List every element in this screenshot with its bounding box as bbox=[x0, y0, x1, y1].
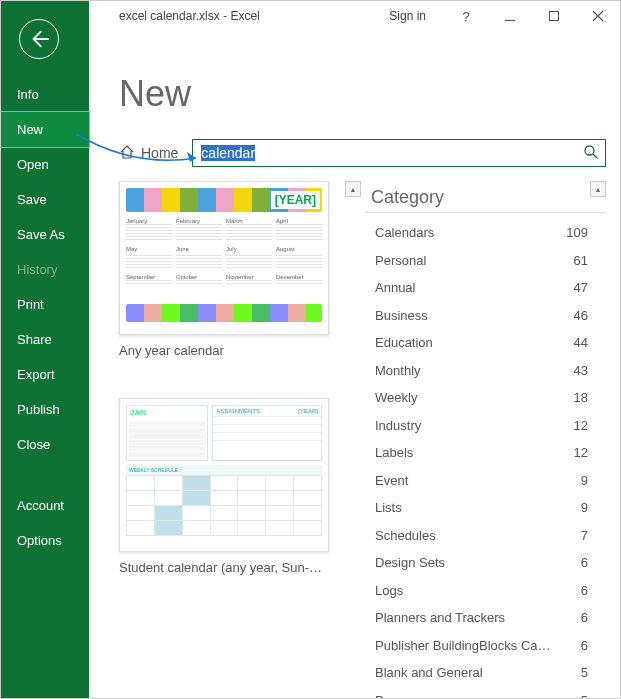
sidebar-item-saveas[interactable]: Save As bbox=[1, 217, 89, 252]
category-name: Business bbox=[375, 306, 428, 326]
backstage-main: New Home ▴ bbox=[89, 41, 620, 698]
search-box bbox=[192, 139, 606, 167]
thumb-year-label: [YEAR] bbox=[298, 408, 318, 414]
category-name: Paper bbox=[375, 691, 410, 700]
sidebar-item-history: History bbox=[1, 252, 89, 287]
category-count: 5 bbox=[581, 663, 588, 683]
category-count: 44 bbox=[574, 333, 588, 353]
category-name: Lists bbox=[375, 498, 402, 518]
category-column: ▴ Category Calendars109Personal61Annual4… bbox=[365, 181, 606, 699]
search-icon[interactable] bbox=[583, 144, 599, 163]
category-list: Calendars109Personal61Annual47Business46… bbox=[365, 219, 606, 699]
category-name: Monthly bbox=[375, 361, 421, 381]
category-name: Calendars bbox=[375, 223, 434, 243]
category-item[interactable]: Personal61 bbox=[371, 247, 602, 275]
category-item[interactable]: Education44 bbox=[371, 329, 602, 357]
category-name: Labels bbox=[375, 443, 413, 463]
sidebar-item-account[interactable]: Account bbox=[1, 488, 89, 523]
category-name: Logs bbox=[375, 581, 403, 601]
scroll-up-icon[interactable]: ▴ bbox=[345, 181, 361, 197]
sidebar-item-info[interactable]: Info bbox=[1, 77, 89, 112]
category-count: 109 bbox=[566, 223, 588, 243]
sidebar-item-new[interactable]: New bbox=[1, 112, 89, 147]
category-name: Weekly bbox=[375, 388, 417, 408]
sidebar-item-options[interactable]: Options bbox=[1, 523, 89, 558]
category-item[interactable]: Monthly43 bbox=[371, 357, 602, 385]
category-count: 6 bbox=[581, 553, 588, 573]
category-item[interactable]: Calendars109 bbox=[371, 219, 602, 247]
category-item[interactable]: Design Sets6 bbox=[371, 549, 602, 577]
sidebar-item-open[interactable]: Open bbox=[1, 147, 89, 182]
backstage-sidebar: Info New Open Save Save As History Print… bbox=[1, 1, 89, 698]
maximize-button[interactable] bbox=[532, 1, 576, 31]
category-count: 6 bbox=[581, 581, 588, 601]
template-card[interactable]: JAN ASSIGNMENTS[YEAR] WEEKLY SCHEDULE bbox=[119, 398, 353, 575]
thumb-weekly-label: WEEKLY SCHEDULE bbox=[126, 465, 322, 475]
category-header: Category bbox=[365, 181, 606, 213]
template-card[interactable]: [YEAR] JanuaryFebruaryMarchAprilMayJuneJ… bbox=[119, 181, 353, 358]
category-item[interactable]: Weekly18 bbox=[371, 384, 602, 412]
sidebar-item-share[interactable]: Share bbox=[1, 322, 89, 357]
category-item[interactable]: Business46 bbox=[371, 302, 602, 330]
category-item[interactable]: Lists9 bbox=[371, 494, 602, 522]
category-item[interactable]: Paper5 bbox=[371, 687, 602, 700]
sidebar-nav: Info New Open Save Save As History Print… bbox=[1, 77, 89, 558]
sidebar-item-publish[interactable]: Publish bbox=[1, 392, 89, 427]
templates-column: ▴ [YEAR] JanuaryFebruaryMarchAprilMayJun… bbox=[119, 181, 359, 699]
page-title: New bbox=[119, 73, 606, 115]
home-icon bbox=[119, 144, 135, 163]
category-count: 9 bbox=[581, 471, 588, 491]
category-item[interactable]: Industry12 bbox=[371, 412, 602, 440]
category-count: 12 bbox=[574, 443, 588, 463]
help-button[interactable]: ? bbox=[444, 1, 488, 31]
search-input[interactable] bbox=[199, 143, 583, 163]
breadcrumb-home[interactable]: Home bbox=[119, 144, 178, 163]
minimize-button[interactable] bbox=[488, 1, 532, 31]
category-item[interactable]: Annual47 bbox=[371, 274, 602, 302]
search-row: Home bbox=[119, 139, 606, 167]
template-thumbnail: [YEAR] JanuaryFebruaryMarchAprilMayJuneJ… bbox=[119, 181, 329, 335]
sidebar-item-save[interactable]: Save bbox=[1, 182, 89, 217]
templates-scrollbar[interactable]: ▴ bbox=[345, 181, 361, 197]
window-title: excel calendar.xlsx - Excel bbox=[89, 9, 260, 23]
category-count: 12 bbox=[574, 416, 588, 436]
excel-backstage-window: excel calendar.xlsx - Excel Sign in ? In… bbox=[0, 0, 621, 699]
title-bar: excel calendar.xlsx - Excel Sign in ? bbox=[89, 1, 620, 31]
category-title: Category bbox=[371, 187, 444, 208]
scroll-up-icon[interactable]: ▴ bbox=[590, 181, 606, 197]
category-item[interactable]: Labels12 bbox=[371, 439, 602, 467]
svg-line-5 bbox=[593, 154, 598, 159]
category-name: Planners and Trackers bbox=[375, 608, 505, 628]
category-count: 9 bbox=[581, 498, 588, 518]
sidebar-item-print[interactable]: Print bbox=[1, 287, 89, 322]
back-button[interactable] bbox=[19, 19, 59, 59]
category-count: 6 bbox=[581, 608, 588, 628]
category-item[interactable]: Schedules7 bbox=[371, 522, 602, 550]
category-count: 46 bbox=[574, 306, 588, 326]
year-label: [YEAR] bbox=[271, 191, 320, 209]
category-item[interactable]: Blank and General5 bbox=[371, 659, 602, 687]
category-item[interactable]: Planners and Trackers6 bbox=[371, 604, 602, 632]
category-name: Publisher BuildingBlocks Ca… bbox=[375, 636, 551, 656]
template-label: Any year calendar bbox=[119, 343, 353, 358]
category-count: 47 bbox=[574, 278, 588, 298]
thumb-assignments-label: ASSIGNMENTS bbox=[216, 408, 260, 414]
category-count: 43 bbox=[574, 361, 588, 381]
svg-point-4 bbox=[585, 146, 594, 155]
category-scrollbar[interactable]: ▴ bbox=[590, 181, 606, 197]
category-count: 6 bbox=[581, 636, 588, 656]
category-item[interactable]: Logs6 bbox=[371, 577, 602, 605]
category-item[interactable]: Event9 bbox=[371, 467, 602, 495]
category-name: Design Sets bbox=[375, 553, 445, 573]
signin-link[interactable]: Sign in bbox=[389, 9, 426, 23]
close-button[interactable] bbox=[576, 1, 620, 31]
category-count: 18 bbox=[574, 388, 588, 408]
category-name: Education bbox=[375, 333, 433, 353]
category-name: Schedules bbox=[375, 526, 436, 546]
breadcrumb-home-label: Home bbox=[141, 145, 178, 161]
category-item[interactable]: Publisher BuildingBlocks Ca…6 bbox=[371, 632, 602, 660]
sidebar-item-close[interactable]: Close bbox=[1, 427, 89, 462]
category-name: Blank and General bbox=[375, 663, 483, 683]
sidebar-item-export[interactable]: Export bbox=[1, 357, 89, 392]
content-row: ▴ [YEAR] JanuaryFebruaryMarchAprilMayJun… bbox=[119, 181, 606, 699]
